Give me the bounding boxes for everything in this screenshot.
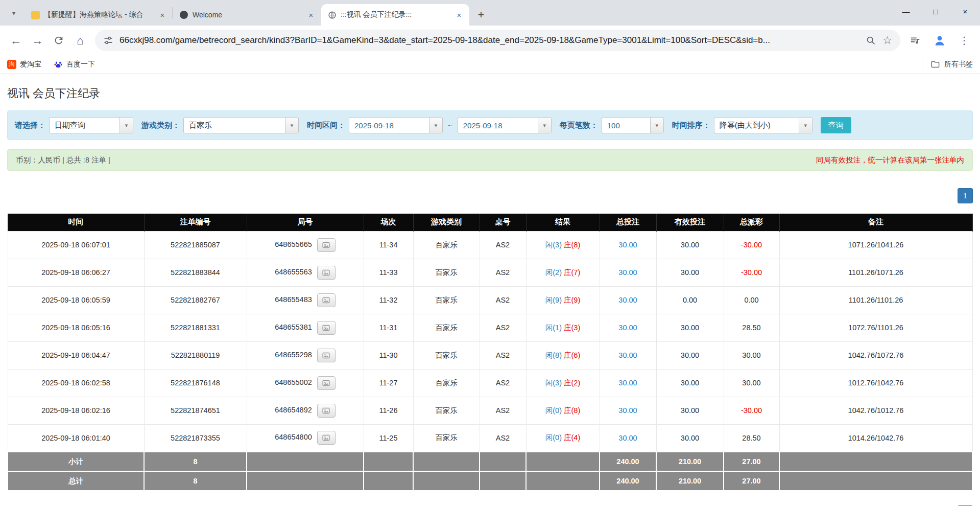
cell-game: 百家乐 (413, 314, 480, 341)
refresh-button[interactable] (48, 30, 69, 51)
bookmark-star-icon[interactable]: ☆ (882, 34, 892, 47)
page-size-select[interactable]: 100 ▾ (602, 117, 664, 133)
cell-total-bet[interactable]: 30.00 (600, 286, 656, 314)
query-type-select[interactable]: 日期查询 ▾ (49, 117, 133, 133)
cell-total-bet[interactable]: 30.00 (600, 314, 656, 341)
date-start-input[interactable]: 2025-09-18 ▾ (349, 117, 443, 133)
tab-close-icon[interactable]: × (454, 10, 464, 20)
subtotal-count: 8 (144, 452, 247, 471)
back-button[interactable]: ← (5, 30, 27, 51)
chevron-down-icon[interactable]: ▾ (429, 118, 442, 133)
player-result: 闲(0) (545, 406, 562, 415)
banker-result: 庄(7) (564, 268, 580, 277)
cell-valid-bet: 0.00 (656, 286, 724, 314)
cell-note: 1014.26/1042.76 (779, 424, 972, 452)
cell-total-bet[interactable]: 30.00 (600, 231, 656, 259)
search-button[interactable]: 查询 (821, 117, 851, 133)
chevron-down-icon[interactable]: ▾ (285, 118, 298, 133)
round-id-text: 648655002 (275, 378, 312, 386)
cell-session: 11-26 (364, 397, 413, 424)
cell-total-bet[interactable]: 30.00 (600, 341, 656, 369)
game-category-select[interactable]: 百家乐 ▾ (183, 117, 299, 133)
media-control-button[interactable] (904, 30, 926, 51)
cell-time: 2025-09-18 06:01:40 (8, 424, 144, 452)
grand-total-valid-bet: 210.00 (656, 471, 724, 491)
subtotal-payout: 27.00 (724, 452, 779, 471)
cell-round-id: 648655483 (247, 286, 364, 314)
round-replay-button[interactable] (317, 321, 336, 335)
new-tab-button[interactable]: + (473, 7, 489, 22)
home-button[interactable]: ⌂ (69, 30, 91, 51)
grand-total-count: 8 (144, 471, 247, 491)
player-result: 闲(8) (545, 351, 562, 359)
tab-close-icon[interactable]: × (306, 10, 316, 20)
cell-total-bet[interactable]: 30.00 (600, 259, 656, 286)
minimize-button[interactable]: — (891, 0, 921, 22)
cell-result: 闲(0)庄(4) (526, 424, 600, 452)
round-replay-button[interactable] (317, 349, 336, 362)
cell-session: 11-34 (364, 231, 413, 259)
tab-search-button[interactable]: ▾ (5, 4, 22, 21)
chevron-down-icon[interactable]: ▾ (799, 118, 812, 133)
round-replay-button[interactable] (317, 404, 336, 418)
bookmark-aitaobao[interactable]: 淘 爱淘宝 (7, 60, 41, 69)
page-1-button[interactable]: 1 (958, 188, 973, 203)
cell-note: 1101.26/1101.26 (779, 286, 972, 314)
sort-order-select[interactable]: 降幂(由大到小) ▾ (714, 117, 812, 133)
forward-button[interactable]: → (27, 30, 48, 51)
browser-menu-button[interactable]: ⋮ (953, 30, 975, 51)
tab-forum[interactable]: 【新提醒】海燕策略论坛 - 综合 × (25, 4, 173, 26)
window-controls: — □ × (891, 0, 980, 22)
round-replay-button[interactable] (317, 376, 336, 390)
cell-round-id: 648655665 (247, 231, 364, 259)
card-image-icon (322, 351, 330, 360)
player-result: 闲(0) (545, 433, 562, 442)
cell-result: 闲(9)庄(9) (526, 286, 600, 314)
zoom-icon[interactable] (866, 35, 876, 46)
chevron-down-icon[interactable]: ▾ (650, 118, 663, 133)
cell-round-id: 648655563 (247, 259, 364, 286)
tab-close-icon[interactable]: × (157, 10, 168, 20)
round-replay-button[interactable] (317, 238, 336, 252)
forum-favicon-icon (31, 10, 40, 19)
chevron-down-icon[interactable]: ▾ (119, 118, 133, 133)
round-replay-button[interactable] (317, 293, 336, 307)
close-window-button[interactable]: × (950, 0, 980, 22)
date-range-label: 时间区间： (307, 121, 345, 130)
cell-table-no: AS2 (480, 259, 526, 286)
address-bar[interactable]: 66cxkj98.com/game/betrecord_search/kind3… (95, 30, 900, 51)
round-id-text: 648654800 (275, 433, 312, 442)
banker-result: 庄(9) (564, 296, 580, 304)
media-playlist-icon (910, 35, 921, 46)
cell-result: 闲(3)庄(8) (526, 231, 600, 259)
chevron-down-icon: ▾ (12, 9, 15, 17)
cell-round-id: 648654892 (247, 397, 364, 424)
round-replay-button[interactable] (317, 431, 336, 445)
cell-total-bet[interactable]: 30.00 (600, 397, 656, 424)
round-id-text: 648655483 (275, 295, 312, 304)
col-time: 时间 (8, 214, 144, 231)
tab-bet-records[interactable]: :::视讯 会员下注纪录::: × (321, 4, 469, 26)
profile-avatar[interactable] (929, 30, 950, 51)
round-replay-button[interactable] (317, 266, 336, 280)
cell-total-bet[interactable]: 30.00 (600, 424, 656, 452)
bookmark-baidu[interactable]: 百度一下 (54, 60, 95, 69)
site-settings-icon[interactable] (103, 35, 113, 45)
table-row: 2025-09-18 06:05:16 522821881331 6486553… (8, 314, 972, 341)
banker-result: 庄(3) (564, 324, 580, 332)
chevron-down-icon[interactable]: ▾ (538, 118, 551, 133)
cell-round-id: 648655381 (247, 314, 364, 341)
cell-total-bet[interactable]: 30.00 (600, 369, 656, 397)
all-bookmarks[interactable]: 所有书签 (922, 59, 973, 70)
taobao-icon: 淘 (7, 60, 16, 69)
tab-welcome[interactable]: Welcome × (173, 4, 321, 26)
date-end-input[interactable]: 2025-09-18 ▾ (458, 117, 552, 133)
card-image-icon (322, 433, 330, 442)
cell-game: 百家乐 (413, 286, 480, 314)
table-header-row: 时间 注单编号 局号 场次 游戏类别 桌号 结果 总投注 有效投注 总派彩 备注 (8, 214, 972, 231)
round-id-text: 648655665 (275, 240, 312, 248)
url-text[interactable]: 66cxkj98.com/game/betrecord_search/kind3… (119, 35, 859, 45)
tab-strip: ▾ 【新提醒】海燕策略论坛 - 综合 × Welcome × :::视讯 会员下… (0, 0, 980, 26)
bookmark-label: 百度一下 (66, 60, 95, 69)
maximize-button[interactable]: □ (921, 0, 950, 22)
